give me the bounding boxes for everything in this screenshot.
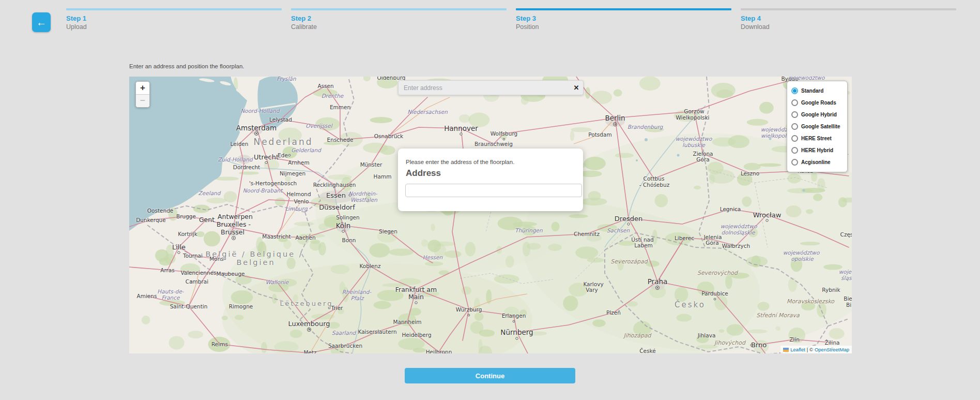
address-input[interactable] [405,184,582,197]
map-label: Biel [844,295,852,302]
map-label: České [639,348,655,353]
layer-option-label: Standard [801,88,823,94]
back-button[interactable]: ← [32,12,51,32]
map-label: Düsseldorf [319,203,355,211]
step-4[interactable]: Step 4Download [741,8,956,31]
map-label: Drenthe [321,93,344,99]
layer-option-standard[interactable]: Standard [791,85,843,97]
map-label: Limburg [285,205,307,212]
attribution-separator: | © [807,346,813,353]
map-container[interactable]: {} AmsterdamHannoverBerlinPrahaKölnNürnb… [129,77,852,353]
map-label: Nürnberg [500,328,533,336]
map-label: Vary [586,287,598,293]
step-1[interactable]: Step 1Upload [66,8,282,31]
map-label: Rheinland- [342,289,371,295]
map-label: Zielona [693,151,713,157]
continue-button[interactable]: Continue [405,368,575,383]
leaflet-flag-icon [783,348,789,352]
radio-icon[interactable] [791,135,798,142]
map-label: Utrecht [254,153,279,161]
layer-option-label: Google Roads [801,100,836,106]
map-label: Osnabrück [374,133,403,139]
map-label: Brugge [176,213,196,219]
map-label: województwo [676,136,712,142]
leaflet-link[interactable]: Leaflet [790,346,805,353]
map-label: Chemnitz [574,231,600,237]
modal-prompt: Please enter the address of the floorpla… [406,159,514,165]
radio-icon[interactable] [791,99,798,106]
map-label: Jihovýchod [714,339,745,346]
map-label: Amiens [137,293,157,299]
layer-option-google-hybrid[interactable]: Google Hybrid [791,109,843,121]
map-label: Moravskoslezsko [787,298,834,305]
map-label: Arras [160,267,175,273]
map-label: Kortrijk [178,231,197,237]
map-label: dolnośląskie [722,229,755,235]
map-label: Rybnik [822,287,840,293]
map-label: Niedersachsen [407,109,448,115]
map-label: Noord-Brabant [243,187,283,194]
map-label: Brno [751,341,767,349]
map-label: Nordrhein- [348,190,377,197]
map-label: Belgien [236,258,275,266]
clear-search-icon[interactable]: ✕ [570,84,583,92]
map-label: Frankfurt am [395,286,437,293]
map-label: Cambrai [186,278,208,285]
layer-option-here-street[interactable]: HERE Street [791,132,843,144]
modal-heading: Address [406,168,441,179]
address-search-input[interactable] [399,84,570,92]
map-label: Góra [696,156,709,162]
map-label: Jihozápad [623,332,651,339]
map-label: Gent [199,216,215,224]
map-label: Plzeň [606,309,621,316]
map-label: Amsterdam [236,124,277,132]
layer-option-here-hybrid[interactable]: HERE Hybrid [791,144,843,156]
map-label: Pfalz [351,295,364,301]
step-progress-bar [66,8,282,10]
step-3[interactable]: Step 3Position [516,8,731,31]
map-label: Střední Morava [756,312,800,319]
map-label: Bruxelles - [217,220,251,228]
step-title: Step 4 [741,14,956,22]
map-label: Arnhem [288,159,309,166]
zoom-in-button[interactable]: + [136,82,149,94]
map-label: Hessen [423,254,442,260]
map-label: Dunkerque [136,217,165,223]
map-label: Essen [326,191,346,199]
map-label: Saarbrücken [328,343,362,349]
map-label: Nijmegen [280,170,305,176]
map-label: Potsdam [588,131,611,138]
zoom-out-button[interactable]: − [136,94,149,107]
step-2[interactable]: Step 2Calibrate [291,8,507,31]
map-label: Zuid-Holland [218,156,252,162]
map-label: Jelenia [704,234,722,240]
radio-icon[interactable] [791,123,798,130]
map-label: Valenciennes [180,270,216,276]
map-label: Saarland [332,330,356,336]
map-label: Overijssel [305,123,332,129]
layer-option-acgisonline[interactable]: Acgisonline [791,156,843,168]
radio-icon[interactable] [791,159,798,166]
map-label: województwo [721,223,757,229]
map-label: Góra [706,240,718,246]
radio-icon[interactable] [791,111,798,118]
map-label: Žilina [824,339,839,346]
layer-option-google-satellite[interactable]: Google Satellite [791,121,843,132]
map-label: Lille [172,243,186,251]
map-label: Dordrecht [233,164,260,170]
step-progress-bar [741,8,956,10]
map-label: Thüringen [515,227,542,233]
map-label: Pardubice [701,290,728,297]
map-label: Bi [846,302,851,308]
map-label: Braunschweig [474,141,513,147]
map-label: Oostende [147,208,174,214]
step-subtitle: Position [516,23,731,31]
map-label: Leiden [231,141,249,147]
layer-option-google-roads[interactable]: Google Roads [791,97,843,109]
layer-option-label: HERE Street [801,136,832,141]
radio-icon[interactable] [791,147,798,154]
radio-selected-icon[interactable] [791,87,798,94]
map-label: Hamm [374,173,392,180]
layer-option-label: Google Hybrid [801,112,837,117]
openstreetmap-link[interactable]: OpenStreetMap [815,346,849,353]
